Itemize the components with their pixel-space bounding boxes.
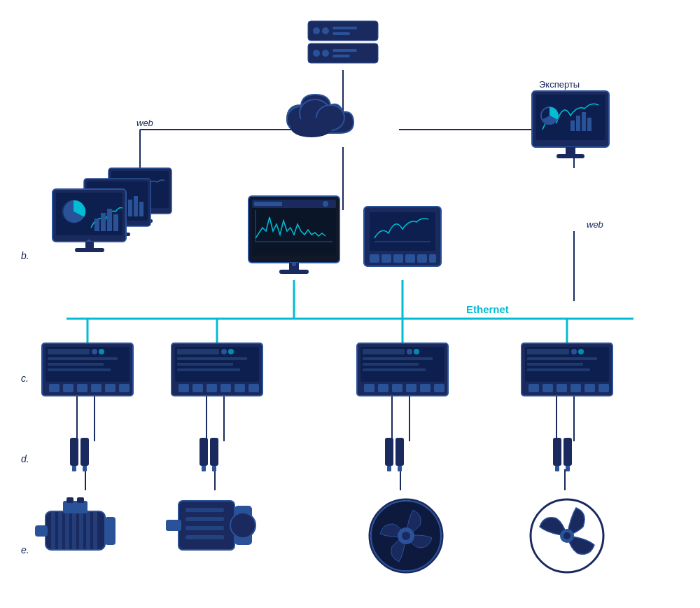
svg-rect-43 xyxy=(570,120,575,131)
motor-3 xyxy=(370,499,442,572)
svg-rect-146 xyxy=(556,384,567,392)
svg-rect-47 xyxy=(566,147,575,154)
svg-rect-162 xyxy=(553,438,561,466)
web-label-right: web xyxy=(587,219,603,230)
label-d: d. xyxy=(21,453,29,464)
experts-label: Эксперты xyxy=(539,79,580,90)
svg-rect-103 xyxy=(63,384,74,392)
sensor-4 xyxy=(553,438,572,471)
svg-point-39 xyxy=(290,118,332,137)
center-monitor xyxy=(248,196,340,274)
svg-rect-99 xyxy=(48,357,118,360)
plc-3 xyxy=(357,343,448,396)
svg-rect-110 xyxy=(177,349,219,354)
svg-rect-168 xyxy=(58,511,62,550)
ethernet-label: Ethernet xyxy=(466,303,509,315)
svg-rect-134 xyxy=(420,384,430,392)
svg-point-84 xyxy=(292,262,296,266)
svg-rect-138 xyxy=(527,349,569,354)
svg-point-98 xyxy=(99,349,104,354)
svg-rect-131 xyxy=(378,384,388,392)
svg-rect-144 xyxy=(528,384,539,392)
svg-rect-163 xyxy=(564,438,572,466)
svg-rect-119 xyxy=(220,384,231,392)
svg-rect-92 xyxy=(417,254,427,263)
svg-rect-141 xyxy=(527,357,597,360)
motor-4 xyxy=(531,499,603,572)
svg-rect-48 xyxy=(556,154,584,158)
svg-rect-156 xyxy=(202,466,206,471)
svg-rect-60 xyxy=(128,200,132,216)
plc-2 xyxy=(172,343,262,396)
svg-rect-171 xyxy=(79,511,83,550)
svg-rect-151 xyxy=(80,438,89,466)
label-c: c. xyxy=(21,373,29,384)
svg-rect-104 xyxy=(77,384,88,392)
svg-rect-101 xyxy=(48,368,111,371)
svg-rect-165 xyxy=(566,466,570,471)
svg-rect-121 xyxy=(248,384,259,392)
svg-rect-34 xyxy=(332,49,357,52)
diagram-container: .dark { fill: #1a2a5e; } .mid { fill: #1… xyxy=(0,0,700,608)
svg-rect-183 xyxy=(186,508,224,512)
svg-rect-160 xyxy=(387,466,391,471)
svg-point-28 xyxy=(322,27,329,34)
svg-rect-175 xyxy=(105,517,115,545)
svg-rect-90 xyxy=(393,254,403,263)
svg-rect-167 xyxy=(51,511,55,550)
svg-rect-185 xyxy=(186,526,224,530)
svg-rect-157 xyxy=(212,466,216,471)
hmi-panel xyxy=(364,207,441,266)
svg-rect-117 xyxy=(192,384,203,392)
svg-rect-186 xyxy=(186,535,224,539)
svg-rect-46 xyxy=(587,118,592,131)
svg-rect-80 xyxy=(254,202,282,206)
label-a: a. xyxy=(287,116,295,127)
svg-point-112 xyxy=(228,349,234,354)
label-b: b. xyxy=(21,250,29,261)
svg-rect-114 xyxy=(177,363,233,366)
svg-rect-61 xyxy=(134,196,138,216)
svg-rect-41 xyxy=(536,95,606,140)
motor-1 xyxy=(35,497,115,550)
svg-rect-150 xyxy=(70,438,78,466)
svg-rect-154 xyxy=(200,438,208,466)
svg-rect-174 xyxy=(35,525,48,537)
svg-rect-161 xyxy=(398,466,402,471)
svg-rect-69 xyxy=(101,213,106,231)
svg-point-126 xyxy=(414,349,419,354)
svg-rect-170 xyxy=(72,511,76,550)
svg-rect-96 xyxy=(48,349,90,354)
svg-rect-62 xyxy=(139,202,144,216)
svg-rect-155 xyxy=(210,438,218,466)
label-e: e. xyxy=(21,544,29,555)
sensor-3 xyxy=(385,438,404,471)
svg-rect-74 xyxy=(75,248,104,252)
svg-point-97 xyxy=(92,349,97,354)
expert-monitor xyxy=(532,91,609,158)
svg-rect-83 xyxy=(279,270,309,274)
svg-rect-169 xyxy=(65,511,69,550)
svg-rect-100 xyxy=(48,363,104,366)
svg-rect-73 xyxy=(85,242,94,248)
web-label-top: web xyxy=(136,118,153,128)
svg-rect-173 xyxy=(93,511,97,550)
svg-rect-148 xyxy=(584,384,595,392)
svg-rect-120 xyxy=(234,384,245,392)
svg-rect-178 xyxy=(77,497,84,503)
svg-rect-153 xyxy=(83,466,87,471)
svg-point-140 xyxy=(578,349,584,354)
svg-rect-118 xyxy=(206,384,217,392)
svg-point-125 xyxy=(407,349,412,354)
sensor-1 xyxy=(70,438,89,471)
svg-point-190 xyxy=(402,532,410,540)
svg-point-81 xyxy=(323,201,328,207)
svg-point-181 xyxy=(230,513,255,538)
svg-rect-68 xyxy=(94,219,99,231)
sensor-2 xyxy=(200,438,218,471)
svg-rect-35 xyxy=(332,55,350,57)
svg-rect-172 xyxy=(86,511,90,550)
svg-rect-105 xyxy=(91,384,102,392)
svg-rect-45 xyxy=(582,112,586,131)
svg-rect-30 xyxy=(332,32,350,35)
